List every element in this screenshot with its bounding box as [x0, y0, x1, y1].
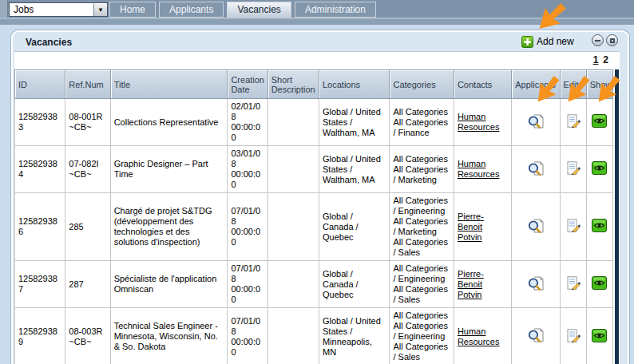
cell-title: Technical Sales Engineer - Minnesota, Wi…: [110, 308, 228, 364]
cell-show-action: [586, 261, 612, 308]
panel-content: 12 IDRef.NumTitleCreation DateShort Desc…: [14, 51, 620, 364]
cell-edit-action: [560, 193, 586, 261]
column-header-contacts[interactable]: Contacts: [454, 70, 511, 99]
view-applicants-button[interactable]: [528, 161, 544, 178]
top-bar: Jobs ▼ HomeApplicantsVacanciesAdministra…: [0, 0, 634, 25]
cell-title: Spécialiste de l'application Omniscan: [110, 261, 228, 308]
contact-link[interactable]: Human Resources: [458, 112, 500, 132]
column-header-applicants[interactable]: Applicants: [512, 70, 560, 99]
restore-icon: [610, 38, 615, 43]
show-button[interactable]: [592, 276, 607, 292]
tab-applicants[interactable]: Applicants: [159, 2, 224, 18]
cell-contacts: Human Resources: [454, 146, 511, 193]
table-body: 12582938308-001R ~CB~Collections Represe…: [15, 99, 613, 364]
corner-block: [0, 0, 8, 18]
cell-categories: All Categories / EngineeringAll Categori…: [390, 193, 454, 261]
view-applicants-button[interactable]: [528, 276, 544, 293]
cell-contacts: Human Resources: [454, 99, 511, 146]
column-header-creation-date[interactable]: Creation Date: [228, 70, 267, 99]
show-button[interactable]: [592, 219, 607, 235]
edit-button[interactable]: [566, 276, 581, 292]
tab-home[interactable]: Home: [109, 2, 156, 18]
show-button[interactable]: [592, 114, 607, 130]
edit-button[interactable]: [566, 114, 581, 130]
show-icon: [592, 276, 607, 290]
cell-title: Graphic Designer – Part Time: [110, 146, 228, 193]
edit-button[interactable]: [566, 329, 581, 345]
page-link-2[interactable]: 2: [603, 54, 608, 65]
cell-show-action: [586, 193, 612, 261]
cell-show-action: [586, 146, 612, 193]
contact-link[interactable]: Pierre-Benoit Potvin: [458, 269, 484, 299]
module-dropdown-value: Jobs: [10, 4, 93, 15]
contact-link[interactable]: Human Resources: [458, 326, 500, 346]
contact-link[interactable]: Pierre-Benoit Potvin: [458, 212, 484, 242]
cell-creation-date: 07/01/08 00:00:00: [228, 308, 267, 364]
edit-icon: [566, 219, 581, 232]
column-header-id[interactable]: ID: [15, 70, 65, 99]
view-applicants-button[interactable]: [528, 219, 544, 235]
cell-locations: Global / United States / Waltham, MA: [319, 99, 390, 146]
column-header-edit[interactable]: Edit: [560, 70, 586, 99]
add-new-button[interactable]: Add new: [521, 35, 574, 48]
add-new-icon: [521, 36, 533, 48]
page-link-1[interactable]: 1: [593, 54, 599, 65]
dropdown-arrow-icon[interactable]: ▼: [93, 3, 107, 16]
table-row: 12582938407-082I ~CB~Graphic Designer – …: [15, 146, 613, 193]
edit-button[interactable]: [566, 219, 581, 235]
vacancies-table: IDRef.NumTitleCreation DateShort Descrip…: [14, 69, 613, 364]
collapse-icon: [595, 40, 600, 42]
cell-applicants-action: [512, 146, 560, 193]
restore-button[interactable]: [606, 34, 618, 46]
edit-button[interactable]: [566, 161, 581, 177]
category-item: All Categories / Marketing: [393, 164, 450, 185]
column-header-show[interactable]: Show: [586, 70, 612, 99]
column-header-ref-num[interactable]: Ref.Num: [65, 70, 110, 99]
column-header-categories[interactable]: Categories: [390, 70, 454, 99]
show-icon: [592, 329, 607, 342]
cell-id: 125829383: [15, 99, 65, 146]
cell-edit-action: [560, 99, 586, 146]
cell-id: 125829389: [15, 308, 65, 364]
cell-locations: Global / Canada / Quebec: [319, 261, 390, 308]
column-header-locations[interactable]: Locations: [319, 70, 390, 99]
show-icon: [592, 219, 607, 232]
tab-vacancies[interactable]: Vacancies: [227, 2, 291, 18]
add-new-label: Add new: [537, 36, 574, 47]
module-dropdown[interactable]: Jobs ▼: [9, 2, 108, 17]
show-icon: [592, 161, 607, 175]
cell-show-action: [586, 308, 612, 364]
view-applicants-button[interactable]: [528, 328, 544, 345]
tab-administration[interactable]: Administration: [295, 2, 376, 18]
pagination: 12: [588, 54, 608, 65]
show-button[interactable]: [592, 161, 607, 177]
cell-contacts: Human Resources: [454, 308, 511, 364]
table-row: 125829387287Spécialiste de l'application…: [15, 261, 613, 308]
applicants-icon: [528, 328, 544, 342]
column-header-short-description[interactable]: Short Description: [267, 70, 319, 99]
cell-applicants-action: [512, 261, 560, 308]
cell-locations: Global / Canada / Quebec: [319, 193, 390, 261]
contact-link[interactable]: Human Resources: [458, 159, 500, 179]
cell-short-description: [267, 193, 319, 261]
collapse-button[interactable]: [592, 34, 604, 46]
cell-ref-num: 08-003R ~CB~: [65, 308, 110, 364]
table-edge-scrollbar[interactable]: [615, 69, 619, 364]
column-header-title[interactable]: Title: [110, 70, 228, 99]
edit-icon: [566, 114, 581, 128]
cell-locations: Global / United States / Waltham, MA: [319, 146, 390, 193]
edit-icon: [566, 161, 581, 175]
cell-creation-date: 07/01/08 00:00:00: [228, 261, 267, 308]
category-item: All Categories / Engineering: [393, 263, 450, 284]
category-item: All Categories: [393, 107, 450, 117]
category-item: All Categories: [393, 154, 450, 164]
tab-bar: HomeApplicantsVacanciesAdministration: [109, 2, 376, 18]
show-button[interactable]: [592, 329, 607, 345]
cell-title: Collections Representative: [110, 99, 228, 146]
table-row: 12582938308-001R ~CB~Collections Represe…: [15, 99, 613, 146]
cell-creation-date: 07/01/08 00:00:00: [228, 193, 267, 261]
view-applicants-button[interactable]: [528, 114, 544, 131]
page-title: Vacancies: [26, 37, 72, 48]
applicants-icon: [528, 114, 544, 129]
cell-id: 125829387: [15, 261, 65, 308]
